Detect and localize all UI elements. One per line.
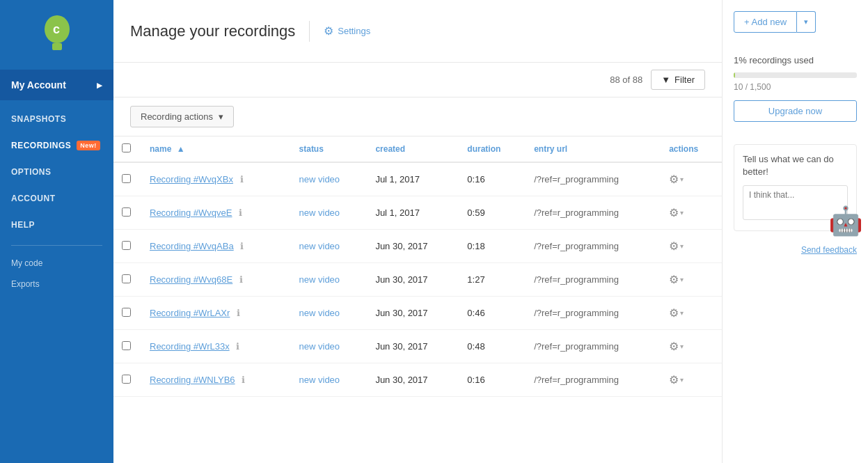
- gear-icon: ⚙: [669, 173, 679, 186]
- info-icon[interactable]: ℹ: [240, 241, 244, 251]
- recording-actions-label: Recording actions: [141, 111, 213, 122]
- my-account-section[interactable]: My Account ▶: [0, 70, 113, 100]
- add-new-dropdown-button[interactable]: ▾: [797, 11, 816, 33]
- row-actions-gear[interactable]: ⚙ ▾: [669, 206, 713, 219]
- feedback-section: Tell us what we can do better! 🤖: [734, 144, 857, 231]
- info-icon[interactable]: ℹ: [240, 174, 244, 185]
- row-status: new video: [291, 330, 368, 363]
- col-created[interactable]: created: [367, 136, 459, 162]
- row-checkbox[interactable]: [122, 375, 131, 384]
- row-actions-gear[interactable]: ⚙ ▾: [669, 273, 713, 286]
- row-status: new video: [291, 230, 368, 263]
- gear-dropdown-arrow: ▾: [680, 209, 684, 217]
- status-badge[interactable]: new video: [299, 274, 340, 285]
- app-logo: c: [40, 14, 74, 56]
- status-badge[interactable]: new video: [299, 308, 340, 318]
- row-checkbox[interactable]: [122, 274, 131, 283]
- info-icon[interactable]: ℹ: [242, 375, 245, 385]
- sidebar-item-exports[interactable]: Exports: [0, 274, 113, 295]
- row-actions: ⚙ ▾: [661, 196, 722, 230]
- row-actions: ⚙ ▾: [661, 297, 722, 330]
- recording-link[interactable]: Recording #WvqABa: [150, 241, 234, 251]
- row-name: Recording #WvqveE ℹ: [141, 196, 291, 230]
- status-badge[interactable]: new video: [299, 375, 340, 385]
- svg-text:c: c: [53, 22, 60, 36]
- sidebar-divider: [11, 245, 102, 246]
- sidebar-item-help[interactable]: Help: [0, 212, 113, 238]
- sidebar-item-my-code[interactable]: My code: [0, 253, 113, 274]
- usage-bar-fill: [734, 72, 735, 78]
- col-status[interactable]: status: [291, 136, 368, 162]
- row-checkbox[interactable]: [122, 207, 131, 217]
- record-count: 88 of 88: [610, 74, 642, 85]
- row-actions-gear[interactable]: ⚙ ▾: [669, 373, 713, 386]
- info-icon[interactable]: ℹ: [239, 207, 242, 218]
- status-badge[interactable]: new video: [299, 207, 340, 218]
- recording-link[interactable]: Recording #WvqXBx: [150, 174, 233, 185]
- settings-link[interactable]: ⚙ Settings: [324, 24, 370, 38]
- row-checkbox-cell: [113, 330, 141, 363]
- account-arrow: ▶: [97, 81, 102, 89]
- filter-button[interactable]: ▼ Filter: [651, 70, 705, 90]
- recording-link[interactable]: Recording #Wvq68E: [150, 274, 232, 285]
- gear-icon: ⚙: [669, 206, 679, 219]
- row-duration: 1:27: [459, 263, 526, 297]
- gear-dropdown-arrow: ▾: [680, 376, 684, 384]
- recording-link[interactable]: Recording #WNLYB6: [150, 375, 235, 385]
- sidebar-item-recordings[interactable]: Recordings New!: [0, 132, 113, 159]
- recording-actions-button[interactable]: Recording actions ▾: [130, 106, 234, 127]
- row-checkbox[interactable]: [122, 341, 131, 350]
- row-duration: 0:18: [459, 230, 526, 263]
- usage-numbers: 10 / 1,500: [734, 82, 857, 92]
- col-name[interactable]: name ▲: [141, 136, 291, 162]
- row-checkbox[interactable]: [122, 174, 131, 183]
- add-new-button[interactable]: + Add new: [734, 11, 797, 33]
- select-all-checkbox[interactable]: [122, 143, 131, 152]
- row-entry-url: /?ref=r_programming: [526, 162, 661, 196]
- sidebar-item-snapshots[interactable]: Snapshots: [0, 106, 113, 132]
- row-entry-url: /?ref=r_programming: [526, 263, 661, 297]
- recording-link[interactable]: Recording #WrL33x: [150, 341, 230, 352]
- send-feedback-link[interactable]: Send feedback: [734, 245, 857, 255]
- gear-dropdown-arrow: ▾: [680, 242, 684, 250]
- status-badge[interactable]: new video: [299, 341, 340, 352]
- row-duration: 0:16: [459, 363, 526, 397]
- gear-dropdown-arrow: ▾: [680, 276, 684, 283]
- upgrade-label: Upgrade now: [768, 106, 822, 116]
- sidebar-nav: Snapshots Recordings New! Options Accoun…: [0, 106, 113, 295]
- row-checkbox[interactable]: [122, 241, 131, 250]
- row-checkbox[interactable]: [122, 308, 131, 317]
- row-actions: ⚙ ▾: [661, 363, 722, 397]
- recording-link[interactable]: Recording #WvqveE: [150, 207, 232, 218]
- row-name: Recording #Wvq68E ℹ: [141, 263, 291, 297]
- row-created: Jun 30, 2017: [367, 297, 459, 330]
- row-actions-gear[interactable]: ⚙ ▾: [669, 306, 713, 320]
- row-entry-url: /?ref=r_programming: [526, 363, 661, 397]
- row-actions-gear[interactable]: ⚙ ▾: [669, 240, 713, 253]
- logo: c: [0, 0, 113, 70]
- gear-icon: ⚙: [669, 373, 679, 386]
- info-icon[interactable]: ℹ: [236, 341, 239, 352]
- row-status: new video: [291, 297, 368, 330]
- sidebar-item-account[interactable]: Account: [0, 185, 113, 212]
- upgrade-button[interactable]: Upgrade now: [734, 100, 857, 122]
- col-entry-url[interactable]: entry url: [526, 136, 661, 162]
- gear-icon: ⚙: [669, 273, 679, 286]
- table-header: name ▲ status created duration entry url…: [113, 136, 722, 162]
- row-actions-gear[interactable]: ⚙ ▾: [669, 173, 713, 186]
- row-entry-url: /?ref=r_programming: [526, 230, 661, 263]
- row-status: new video: [291, 363, 368, 397]
- sidebar-item-options[interactable]: Options: [0, 159, 113, 185]
- status-badge[interactable]: new video: [299, 174, 340, 185]
- recording-link[interactable]: Recording #WrLAXr: [150, 308, 230, 318]
- filter-label: Filter: [674, 74, 695, 85]
- select-all-col: [113, 136, 141, 162]
- col-duration[interactable]: duration: [459, 136, 526, 162]
- status-badge[interactable]: new video: [299, 241, 340, 251]
- row-actions-gear[interactable]: ⚙ ▾: [669, 340, 713, 353]
- table-row: Recording #Wvq68E ℹ new video Jun 30, 20…: [113, 263, 722, 297]
- filter-icon: ▼: [661, 74, 670, 85]
- info-icon[interactable]: ℹ: [237, 308, 240, 318]
- info-icon[interactable]: ℹ: [239, 274, 243, 285]
- usage-bar-background: [734, 72, 857, 78]
